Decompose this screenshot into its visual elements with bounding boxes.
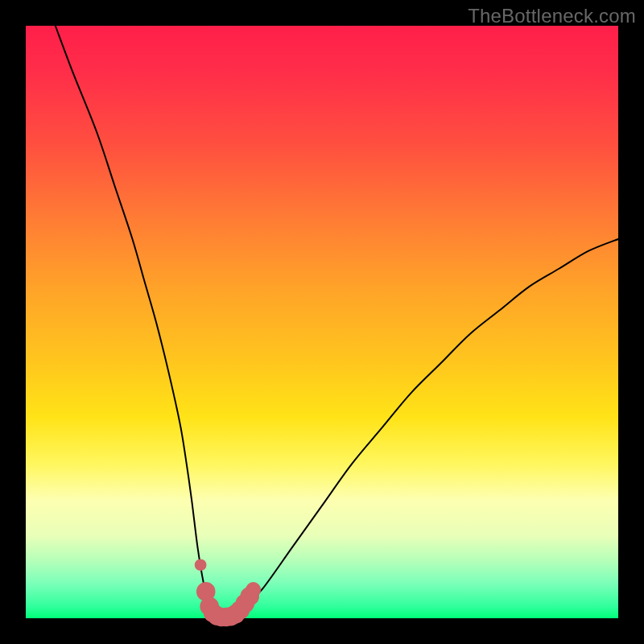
bottleneck-curve	[56, 26, 618, 618]
minimum-band-markers	[195, 559, 261, 626]
watermark-text: TheBottleneck.com	[468, 5, 636, 27]
bottleneck-curve-svg	[26, 26, 618, 618]
minimum-marker	[246, 582, 261, 597]
plot-area	[26, 26, 618, 618]
chart-frame: TheBottleneck.com	[0, 0, 644, 644]
minimum-marker	[195, 559, 207, 571]
